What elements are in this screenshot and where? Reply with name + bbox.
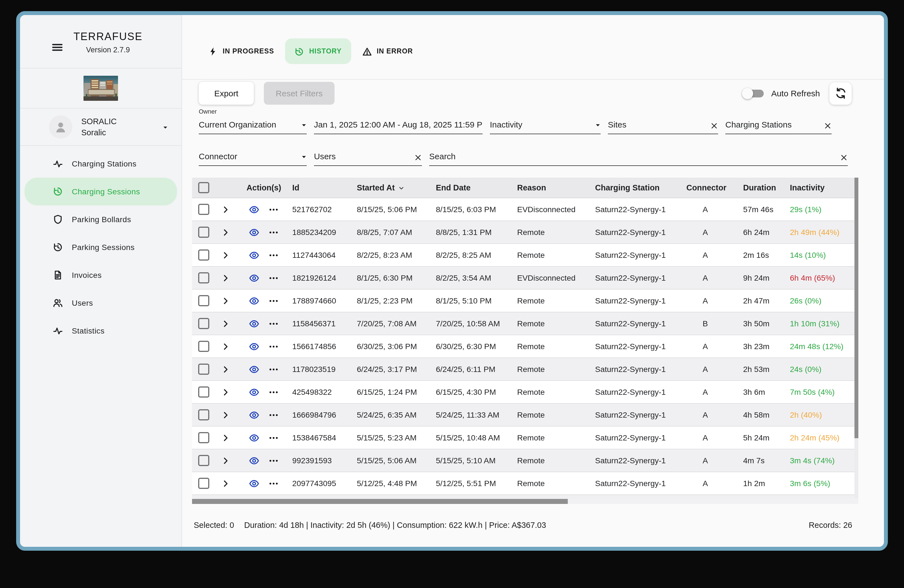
view-session-button[interactable] [249, 204, 259, 215]
table-row: 1566174856 6/30/25, 3:06 PM 6/30/25, 6:3… [192, 335, 858, 358]
owner-filter[interactable]: Owner Current Organization [199, 109, 307, 134]
charging-station: Saturn22-Synergy-1 [595, 251, 686, 259]
sidebar-item-label: Statistics [72, 326, 105, 335]
view-session-button[interactable] [249, 387, 259, 397]
tab-in-error[interactable]: IN ERROR [357, 38, 418, 64]
inactivity-filter[interactable]: Inactivity [490, 109, 601, 134]
row-checkbox[interactable] [198, 364, 209, 375]
refresh-button[interactable] [830, 82, 852, 104]
row-menu-button[interactable] [269, 250, 278, 260]
tab-in-progress[interactable]: IN PROGRESS [202, 38, 280, 64]
select-all-checkbox[interactable] [198, 182, 209, 193]
horizontal-scrollbar[interactable] [192, 499, 858, 504]
row-menu-button[interactable] [269, 387, 278, 397]
view-session-button[interactable] [249, 455, 259, 466]
actions-column-header: Action(s) [235, 183, 292, 192]
search-input[interactable] [429, 152, 840, 165]
view-session-button[interactable] [249, 227, 259, 237]
view-session-button[interactable] [249, 478, 259, 488]
clear-sites-icon[interactable] [710, 122, 718, 134]
horizontal-scrollbar-thumb[interactable] [192, 499, 568, 504]
row-menu-button[interactable] [269, 456, 278, 465]
sidebar-item-statistics[interactable]: Statistics [24, 317, 177, 345]
row-checkbox[interactable] [198, 478, 209, 489]
sidebar-item-charging-sessions[interactable]: Charging Sessions [24, 178, 177, 205]
export-button[interactable]: Export [199, 82, 254, 105]
row-checkbox[interactable] [198, 272, 209, 283]
view-session-button[interactable] [249, 273, 259, 283]
eye-icon [249, 432, 259, 443]
view-session-button[interactable] [249, 250, 259, 260]
row-checkbox[interactable] [198, 455, 209, 466]
expand-row-button[interactable] [215, 319, 235, 328]
connector-filter[interactable]: Connector [199, 140, 307, 166]
eye-icon [249, 227, 259, 237]
selected-count: Selected: 0 [194, 521, 234, 530]
started-at-column-header[interactable]: Started At [357, 183, 436, 192]
view-session-button[interactable] [249, 432, 259, 443]
expand-row-button[interactable] [215, 479, 235, 487]
row-checkbox[interactable] [198, 227, 209, 238]
vertical-scrollbar[interactable] [855, 178, 858, 498]
vertical-scrollbar-thumb[interactable] [855, 178, 858, 438]
row-checkbox[interactable] [198, 318, 209, 329]
view-session-button[interactable] [249, 364, 259, 375]
expand-row-button[interactable] [215, 342, 235, 351]
row-menu-button[interactable] [269, 296, 278, 305]
charging-stations-filter[interactable]: Charging Stations [725, 109, 831, 134]
clear-users-icon[interactable] [414, 154, 422, 165]
expand-row-button[interactable] [215, 228, 235, 236]
users-filter[interactable]: Users [314, 140, 422, 166]
row-checkbox[interactable] [198, 204, 209, 215]
sidebar-item-invoices[interactable]: Invoices [24, 261, 177, 289]
row-menu-button[interactable] [269, 228, 278, 237]
expand-row-button[interactable] [215, 388, 235, 396]
sidebar-item-parking-bollards[interactable]: Parking Bollards [24, 205, 177, 233]
sidebar-item-users[interactable]: Users [24, 289, 177, 317]
row-menu-button[interactable] [269, 364, 278, 374]
row-menu-button[interactable] [269, 433, 278, 443]
expand-row-button[interactable] [215, 205, 235, 213]
view-session-button[interactable] [249, 296, 259, 306]
menu-icon[interactable] [52, 42, 63, 53]
clear-search-icon[interactable] [840, 154, 848, 165]
tab-history[interactable]: HISTORY [285, 38, 351, 64]
row-checkbox[interactable] [198, 432, 209, 443]
sites-filter[interactable]: Sites [608, 109, 718, 134]
row-checkbox[interactable] [198, 341, 209, 352]
row-menu-button[interactable] [269, 341, 278, 351]
sidebar-item-charging-stations[interactable]: Charging Stations [24, 150, 177, 178]
expand-row-button[interactable] [215, 297, 235, 305]
started-at: 7/20/25, 7:08 AM [357, 319, 436, 328]
row-checkbox[interactable] [198, 295, 209, 306]
more-dots-icon [269, 433, 278, 443]
expand-row-button[interactable] [215, 433, 235, 442]
view-session-button[interactable] [249, 409, 259, 420]
reason: Remote [517, 296, 595, 305]
session-id: 1566174856 [292, 342, 357, 351]
row-menu-button[interactable] [269, 205, 278, 214]
expand-row-button[interactable] [215, 411, 235, 419]
row-checkbox[interactable] [198, 386, 209, 398]
view-session-button[interactable] [249, 318, 259, 329]
view-session-button[interactable] [249, 341, 259, 352]
auto-refresh-toggle[interactable] [744, 89, 764, 97]
sidebar-item-parking-sessions[interactable]: Parking Sessions [24, 233, 177, 261]
expand-row-button[interactable] [215, 365, 235, 373]
search-field[interactable] [429, 140, 848, 166]
expand-row-button[interactable] [215, 456, 235, 465]
row-checkbox[interactable] [198, 250, 209, 261]
date-range-filter[interactable]: Jan 1, 2025 12:00 AM - Aug 18, 2025 11:5… [314, 109, 483, 134]
row-menu-button[interactable] [269, 479, 278, 488]
reset-filters-button[interactable]: Reset Filters [264, 82, 335, 105]
expand-row-button[interactable] [215, 273, 235, 282]
row-checkbox[interactable] [198, 409, 209, 420]
row-menu-button[interactable] [269, 319, 278, 328]
organization-selector[interactable]: SORALIC Soralic [20, 109, 182, 146]
expand-row-button[interactable] [215, 251, 235, 259]
row-menu-button[interactable] [269, 273, 278, 283]
table-row: 992391593 5/15/25, 5:06 AM 5/15/25, 5:10… [192, 449, 858, 472]
connector: A [686, 365, 734, 374]
row-menu-button[interactable] [269, 410, 278, 420]
clear-charging-stations-icon[interactable] [824, 122, 831, 134]
